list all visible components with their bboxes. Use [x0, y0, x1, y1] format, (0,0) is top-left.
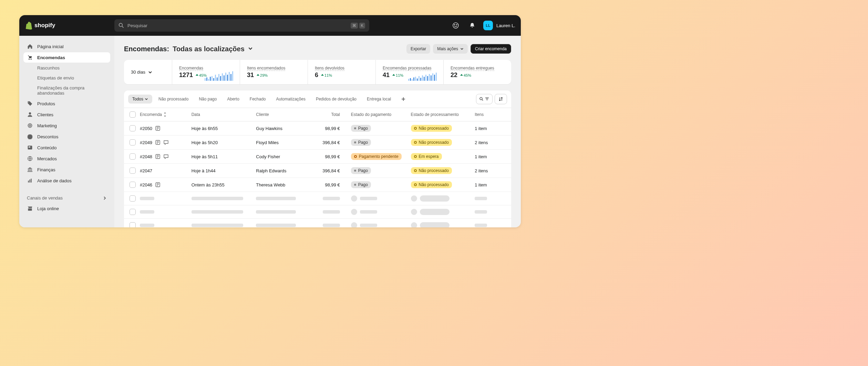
- row-checkbox[interactable]: [130, 222, 136, 227]
- period-selector[interactable]: 30 dias: [124, 60, 172, 84]
- order-customer: Guy Hawkins: [256, 126, 314, 131]
- sidebar-item-customers[interactable]: Clientes: [23, 109, 110, 120]
- tab-entrega-local[interactable]: Entrega local: [363, 95, 395, 104]
- tab-automatizações[interactable]: Automatizações: [272, 95, 310, 104]
- sidebar-item-content[interactable]: Conteúdo: [23, 142, 110, 153]
- row-checkbox[interactable]: [130, 125, 136, 131]
- row-checkbox[interactable]: [130, 182, 136, 188]
- chevron-right-icon: [103, 196, 107, 200]
- sidebar-item-marketing[interactable]: Marketing: [23, 120, 110, 131]
- row-checkbox[interactable]: [130, 168, 136, 174]
- table-row[interactable]: #2050 Hoje às 6h55 Guy Hawkins 98,99 € P…: [124, 121, 511, 136]
- table-row[interactable]: #2046 Ontem às 23h55 Theresa Webb 98,99 …: [124, 178, 511, 192]
- content-icon: [27, 144, 33, 151]
- svg-point-2: [453, 23, 458, 28]
- chevron-down-icon: [145, 97, 148, 101]
- metric-label: Encomendas: [179, 66, 203, 71]
- chevron-down-icon: [248, 46, 253, 51]
- search-filter-button[interactable]: [476, 94, 493, 104]
- notifications-icon[interactable]: [467, 20, 478, 31]
- order-customer: Cody Fisher: [256, 154, 314, 159]
- search-input[interactable]: [127, 23, 347, 28]
- col-items[interactable]: Itens: [475, 112, 506, 117]
- row-checkbox[interactable]: [130, 139, 136, 146]
- sidebar-item-online-store[interactable]: Loja online: [23, 203, 110, 214]
- order-items: 2 itens: [475, 140, 506, 145]
- col-total[interactable]: Total: [314, 112, 345, 117]
- table-row[interactable]: #2049 Hoje às 5h20 Floyd Miles 396,84 € …: [124, 136, 511, 150]
- table-row[interactable]: #2047 Hoje à 1h44 Ralph Edwards 396,84 €…: [124, 164, 511, 178]
- note-icon: [155, 154, 161, 159]
- sidebar-item-products[interactable]: Produtos: [23, 98, 110, 109]
- row-checkbox[interactable]: [130, 209, 136, 215]
- metric-label: Itens encomendados: [247, 66, 285, 71]
- metric-card[interactable]: Itens encomendados 31 29%: [240, 60, 308, 84]
- svg-rect-11: [28, 181, 29, 183]
- brand-logo[interactable]: shopify: [25, 21, 109, 30]
- payment-status: Pago: [345, 167, 411, 174]
- tab-não-pago[interactable]: Não pago: [195, 95, 221, 104]
- svg-rect-9: [29, 147, 30, 148]
- sidebar-sub-abandoned[interactable]: Finalizações da compra abandonadas: [23, 83, 110, 98]
- export-button[interactable]: Exportar: [406, 44, 430, 54]
- select-all-checkbox[interactable]: [130, 111, 136, 118]
- row-checkbox[interactable]: [130, 153, 136, 160]
- trend-up-icon: [257, 74, 259, 77]
- apps-icon[interactable]: [450, 20, 461, 31]
- note-icon: [155, 140, 161, 145]
- order-date: Ontem às 23h55: [192, 182, 256, 187]
- row-checkbox[interactable]: [130, 195, 136, 202]
- col-date[interactable]: Data: [192, 112, 256, 117]
- status-dot-icon: [354, 127, 356, 129]
- order-customer: Theresa Webb: [256, 182, 314, 187]
- sidebar-item-home[interactable]: Página inicial: [23, 41, 110, 52]
- col-fulfillment[interactable]: Estado de processamento: [411, 112, 475, 117]
- more-actions-button[interactable]: Mais ações: [433, 44, 468, 54]
- trend-up-icon: [460, 74, 463, 77]
- topbar-actions: LL Lauren L.: [450, 20, 515, 31]
- sidebar-sub-labels[interactable]: Etiquetas de envio: [23, 73, 110, 83]
- search-bar[interactable]: ⌘ K: [114, 19, 369, 32]
- tab-aberto[interactable]: Aberto: [223, 95, 243, 104]
- col-order[interactable]: Encomenda: [140, 112, 192, 117]
- order-total: 98,99 €: [314, 154, 345, 159]
- svg-point-3: [454, 24, 455, 25]
- location-selector[interactable]: [248, 46, 253, 52]
- target-icon: [27, 122, 33, 129]
- skeleton-row: [124, 219, 511, 227]
- col-customer[interactable]: Cliente: [256, 112, 314, 117]
- metric-card[interactable]: Encomendas entregues 22 45%: [444, 60, 511, 84]
- metric-card[interactable]: Encomendas processadas 41 11%: [376, 60, 444, 84]
- sidebar-channels-header[interactable]: Canais de vendas: [23, 193, 110, 203]
- comment-icon: [163, 140, 169, 145]
- sidebar-item-discounts[interactable]: Descontos: [23, 131, 110, 142]
- order-id: #2048: [140, 154, 192, 159]
- order-customer: Floyd Miles: [256, 140, 314, 145]
- add-tab-button[interactable]: [397, 95, 410, 103]
- status-dot-icon: [414, 141, 417, 144]
- col-payment[interactable]: Estado do pagamento: [345, 112, 411, 117]
- top-bar: shopify ⌘ K LL Lauren L.: [19, 15, 521, 36]
- svg-point-0: [119, 23, 123, 27]
- sidebar-item-finances[interactable]: Finanças: [23, 164, 110, 175]
- metric-delta: 11%: [321, 73, 332, 77]
- sidebar-item-orders[interactable]: Encomendas: [23, 52, 110, 63]
- metric-card[interactable]: Encomendas 1271 45%: [172, 60, 240, 84]
- metric-delta: 45%: [460, 73, 471, 77]
- tab-não-processado[interactable]: Não processado: [154, 95, 193, 104]
- note-icon: [155, 126, 161, 131]
- metric-card[interactable]: Itens devolvidos 6 11%: [308, 60, 376, 84]
- tab-todos[interactable]: Todos: [128, 95, 152, 104]
- app-window: shopify ⌘ K LL Lauren L.: [19, 15, 521, 227]
- sidebar-sub-drafts[interactable]: Rascunhos: [23, 63, 110, 73]
- tab-fechado[interactable]: Fechado: [246, 95, 270, 104]
- sidebar-item-markets[interactable]: Mercados: [23, 153, 110, 164]
- sidebar-item-analytics[interactable]: Análise de dados: [23, 175, 110, 186]
- tab-pedidos-de-devolução[interactable]: Pedidos de devolução: [312, 95, 361, 104]
- create-order-button[interactable]: Criar encomenda: [471, 44, 511, 54]
- user-menu[interactable]: LL Lauren L.: [483, 21, 515, 30]
- filter-icon: [485, 97, 489, 101]
- sort-button[interactable]: [495, 94, 507, 104]
- orders-table: TodosNão processadoNão pagoAbertoFechado…: [124, 90, 511, 227]
- table-row[interactable]: #2048 Hoje às 5h11 Cody Fisher 98,99 € P…: [124, 150, 511, 164]
